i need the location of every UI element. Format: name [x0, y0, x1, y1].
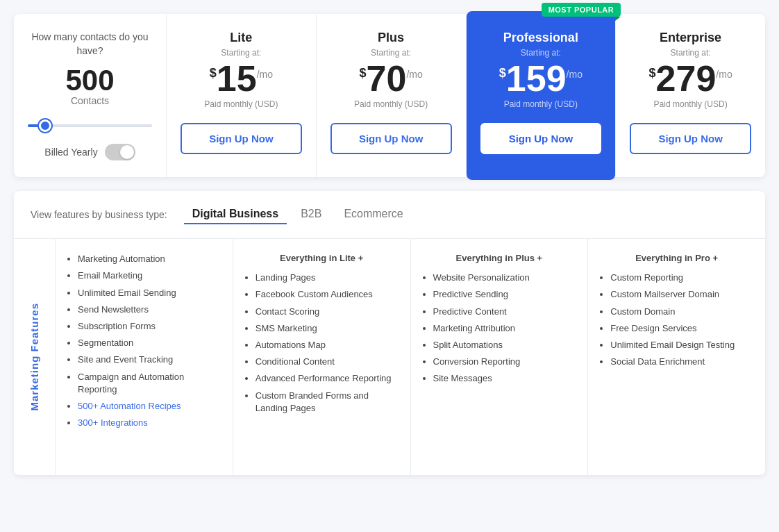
price-mo-lite: /mo — [257, 69, 273, 80]
feature-item: Site Messages — [433, 372, 577, 385]
feature-item: Automations Map — [256, 339, 399, 351]
feature-item: Social Data Enrichment — [610, 356, 754, 368]
marketing-features-label: Marketing Features — [28, 303, 40, 411]
feature-item: Custom Domain — [610, 306, 754, 318]
price-dollar-lite: $ — [210, 66, 217, 81]
features-grid: Marketing Features Marketing AutomationE… — [14, 239, 765, 475]
starting-at-lite: Starting at: — [221, 48, 261, 58]
plan-name-lite: Lite — [230, 31, 252, 45]
signup-button-lite[interactable]: Sign Up Now — [181, 123, 302, 154]
feature-item: Custom Mailserver Domain — [610, 288, 754, 301]
feature-item: Split Automations — [433, 339, 577, 351]
biz-tab-ecommerce[interactable]: Ecommerce — [335, 205, 411, 224]
signup-button-plus[interactable]: Sign Up Now — [330, 123, 452, 154]
feature-col-header-plus-features: Everything in Lite + — [244, 253, 399, 263]
plan-name-plus: Plus — [378, 31, 404, 45]
plan-name-enterprise: Enterprise — [660, 31, 721, 45]
features-label-col: Marketing Features — [14, 239, 56, 475]
feature-col-header-pro-features: Everything in Plus + — [422, 253, 577, 263]
feature-item: Conversion Reporting — [433, 356, 577, 368]
price-amount-professional: 159 — [506, 60, 567, 97]
feature-item: Free Design Services — [610, 322, 754, 335]
features-section: View features by business type: Digital … — [14, 191, 765, 475]
feature-item: Predictive Content — [433, 306, 577, 318]
view-features-label: View features by business type: — [31, 209, 167, 220]
feature-item: Conditional Content — [256, 356, 399, 368]
plan-name-professional: Professional — [503, 31, 578, 45]
paid-text-enterprise: Paid monthly (USD) — [654, 99, 728, 109]
signup-button-enterprise[interactable]: Sign Up Now — [630, 123, 751, 154]
feature-col-header-enterprise-features: Everything in Pro + — [599, 253, 754, 263]
feature-link[interactable]: 500+ Automation Recipes — [78, 401, 181, 411]
feature-item: SMS Marketing — [256, 322, 399, 335]
paid-text-plus: Paid monthly (USD) — [354, 99, 428, 109]
biz-tab-b2b[interactable]: B2B — [292, 205, 330, 224]
most-popular-badge: MOST POPULAR — [542, 3, 621, 17]
feature-list-pro-features: Website PersonalizationPredictive Sendin… — [422, 272, 577, 385]
price-mo-plus: /mo — [406, 69, 422, 80]
feature-item: 500+ Automation Recipes — [78, 400, 221, 413]
contact-label: Contacts — [71, 95, 109, 106]
plan-card-enterprise: Enterprise Starting at: $ 279 /mo Paid m… — [616, 14, 765, 177]
starting-at-professional: Starting at: — [521, 48, 561, 58]
biz-tab-digital[interactable]: Digital Business — [184, 205, 287, 224]
price-row-lite: $ 15 /mo — [210, 60, 273, 97]
billed-yearly-toggle[interactable] — [105, 144, 135, 160]
feature-item: Subscription Forms — [78, 320, 221, 333]
feature-item: Facebook Custom Audiences — [256, 288, 399, 301]
feature-col-plus-features: Everything in Lite + Landing PagesFacebo… — [233, 239, 411, 475]
starting-at-enterprise: Starting at: — [671, 48, 711, 58]
feature-col-enterprise-features: Everything in Pro + Custom ReportingCust… — [588, 239, 765, 475]
price-row-plus: $ 70 /mo — [360, 60, 423, 97]
plan-card-lite: Lite Starting at: $ 15 /mo Paid monthly … — [167, 14, 317, 177]
feature-item: Segmentation — [78, 337, 221, 349]
feature-item: Advanced Performance Reporting — [256, 372, 399, 385]
contact-slider[interactable] — [28, 124, 152, 127]
feature-col-lite-features: Marketing AutomationEmail MarketingUnlim… — [56, 239, 233, 475]
contact-selector: How many contacts do you have? 500 Conta… — [14, 14, 167, 177]
feature-columns: Marketing AutomationEmail MarketingUnlim… — [56, 239, 765, 475]
price-mo-professional: /mo — [567, 69, 583, 80]
feature-item: Campaign and Automation Reporting — [78, 371, 221, 396]
feature-list-enterprise-features: Custom ReportingCustom Mailserver Domain… — [599, 272, 754, 368]
plan-card-professional: MOST POPULAR Professional Starting at: $… — [467, 11, 617, 180]
price-amount-lite: 15 — [217, 60, 257, 97]
paid-text-lite: Paid monthly (USD) — [204, 99, 278, 109]
contact-count: 500 — [65, 66, 114, 95]
feature-item: Website Personalization — [433, 272, 577, 284]
signup-button-professional[interactable]: Sign Up Now — [480, 123, 602, 154]
price-mo-enterprise: /mo — [716, 69, 732, 80]
feature-list-plus-features: Landing PagesFacebook Custom AudiencesCo… — [244, 272, 399, 415]
slider-container[interactable] — [28, 117, 152, 130]
paid-text-professional: Paid monthly (USD) — [504, 99, 578, 109]
plan-cards: Lite Starting at: $ 15 /mo Paid monthly … — [167, 14, 765, 177]
feature-col-pro-features: Everything in Plus + Website Personaliza… — [411, 239, 589, 475]
plan-card-plus: Plus Starting at: $ 70 /mo Paid monthly … — [317, 14, 467, 177]
feature-item: Landing Pages — [256, 272, 399, 284]
feature-item: Contact Scoring — [256, 306, 399, 318]
feature-item: Custom Branded Forms and Landing Pages — [256, 390, 399, 415]
billed-toggle: Billed Yearly — [44, 144, 135, 160]
feature-item: Predictive Sending — [433, 288, 577, 301]
feature-item: Send Newsletters — [78, 304, 221, 316]
price-dollar-enterprise: $ — [649, 66, 656, 81]
feature-item: Marketing Attribution — [433, 322, 577, 335]
feature-item: Unlimited Email Design Testing — [610, 339, 754, 351]
price-row-professional: $ 159 /mo — [499, 60, 583, 97]
feature-link[interactable]: 300+ Integrations — [78, 417, 148, 428]
price-amount-enterprise: 279 — [656, 60, 717, 97]
contact-question: How many contacts do you have? — [28, 31, 152, 58]
price-amount-plus: 70 — [367, 60, 407, 97]
price-dollar-professional: $ — [499, 66, 506, 81]
price-row-enterprise: $ 279 /mo — [649, 60, 732, 97]
feature-list-lite-features: Marketing AutomationEmail MarketingUnlim… — [67, 253, 221, 429]
price-dollar-plus: $ — [360, 66, 367, 81]
starting-at-plus: Starting at: — [371, 48, 411, 58]
plans-row: How many contacts do you have? 500 Conta… — [14, 14, 765, 177]
feature-item: Site and Event Tracking — [78, 354, 221, 366]
biz-type-tabs: Digital BusinessB2BEcommerce — [184, 205, 412, 224]
business-type-bar: View features by business type: Digital … — [14, 191, 765, 239]
feature-item: Email Marketing — [78, 269, 221, 282]
feature-item: Marketing Automation — [78, 253, 221, 265]
feature-item: Unlimited Email Sending — [78, 287, 221, 299]
